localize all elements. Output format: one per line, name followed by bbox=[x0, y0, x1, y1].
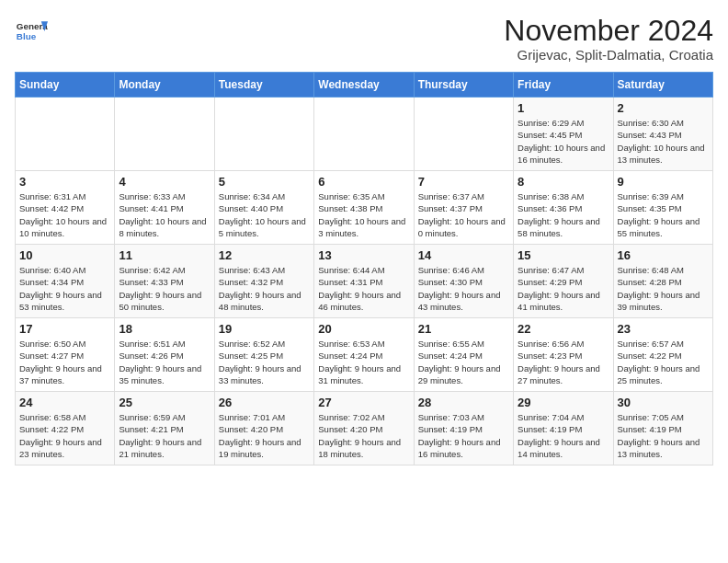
day-info: Sunrise: 6:31 AM Sunset: 4:42 PM Dayligh… bbox=[19, 190, 110, 239]
day-info: Sunrise: 6:29 AM Sunset: 4:45 PM Dayligh… bbox=[518, 117, 609, 166]
calendar-table: SundayMondayTuesdayWednesdayThursdayFrid… bbox=[15, 72, 713, 465]
day-number: 15 bbox=[518, 248, 609, 262]
day-number: 5 bbox=[219, 175, 310, 189]
day-info: Sunrise: 6:57 AM Sunset: 4:22 PM Dayligh… bbox=[618, 338, 709, 386]
day-cell: 26Sunrise: 7:01 AM Sunset: 4:20 PM Dayli… bbox=[214, 392, 313, 465]
week-row-0: 1Sunrise: 6:29 AM Sunset: 4:45 PM Daylig… bbox=[16, 98, 713, 171]
day-number: 18 bbox=[119, 322, 210, 336]
day-cell: 30Sunrise: 7:05 AM Sunset: 4:19 PM Dayli… bbox=[613, 392, 712, 465]
day-number: 16 bbox=[618, 248, 709, 262]
day-info: Sunrise: 7:04 AM Sunset: 4:19 PM Dayligh… bbox=[518, 411, 609, 460]
day-cell: 5Sunrise: 6:34 AM Sunset: 4:40 PM Daylig… bbox=[214, 171, 313, 245]
day-info: Sunrise: 6:42 AM Sunset: 4:33 PM Dayligh… bbox=[119, 264, 210, 313]
day-number: 11 bbox=[119, 248, 210, 262]
col-header-friday: Friday bbox=[514, 73, 613, 98]
day-info: Sunrise: 7:02 AM Sunset: 4:20 PM Dayligh… bbox=[318, 411, 409, 460]
day-cell: 25Sunrise: 6:59 AM Sunset: 4:21 PM Dayli… bbox=[115, 392, 214, 465]
day-info: Sunrise: 6:44 AM Sunset: 4:31 PM Dayligh… bbox=[318, 264, 409, 313]
day-info: Sunrise: 6:43 AM Sunset: 4:32 PM Dayligh… bbox=[219, 264, 310, 313]
day-number: 8 bbox=[518, 175, 609, 189]
day-info: Sunrise: 6:33 AM Sunset: 4:41 PM Dayligh… bbox=[119, 190, 210, 239]
day-info: Sunrise: 6:56 AM Sunset: 4:23 PM Dayligh… bbox=[518, 338, 609, 386]
day-number: 7 bbox=[418, 175, 509, 189]
day-info: Sunrise: 6:48 AM Sunset: 4:28 PM Dayligh… bbox=[618, 264, 709, 313]
col-header-thursday: Thursday bbox=[414, 73, 513, 98]
day-number: 24 bbox=[19, 396, 110, 409]
day-number: 28 bbox=[418, 396, 509, 409]
col-header-monday: Monday bbox=[115, 73, 214, 98]
day-info: Sunrise: 6:39 AM Sunset: 4:35 PM Dayligh… bbox=[618, 190, 709, 239]
col-header-sunday: Sunday bbox=[16, 73, 115, 98]
day-number: 19 bbox=[219, 322, 310, 336]
day-cell bbox=[314, 98, 414, 171]
week-row-3: 17Sunrise: 6:50 AM Sunset: 4:27 PM Dayli… bbox=[16, 318, 713, 392]
day-info: Sunrise: 6:52 AM Sunset: 4:25 PM Dayligh… bbox=[219, 338, 310, 386]
day-info: Sunrise: 7:05 AM Sunset: 4:19 PM Dayligh… bbox=[618, 411, 709, 460]
day-cell: 17Sunrise: 6:50 AM Sunset: 4:27 PM Dayli… bbox=[16, 318, 115, 392]
header: General Blue November 2024 Grijevac, Spl… bbox=[15, 15, 713, 63]
day-info: Sunrise: 6:55 AM Sunset: 4:24 PM Dayligh… bbox=[418, 338, 509, 386]
day-number: 23 bbox=[618, 322, 709, 336]
logo: General Blue bbox=[15, 15, 48, 48]
day-cell: 13Sunrise: 6:44 AM Sunset: 4:31 PM Dayli… bbox=[314, 245, 414, 318]
day-cell bbox=[214, 98, 313, 171]
week-row-2: 10Sunrise: 6:40 AM Sunset: 4:34 PM Dayli… bbox=[16, 245, 713, 318]
main-title: November 2024 bbox=[504, 15, 713, 47]
day-info: Sunrise: 6:51 AM Sunset: 4:26 PM Dayligh… bbox=[119, 338, 210, 386]
day-number: 26 bbox=[219, 396, 310, 409]
day-number: 25 bbox=[119, 396, 210, 409]
day-cell: 22Sunrise: 6:56 AM Sunset: 4:23 PM Dayli… bbox=[514, 318, 613, 392]
day-number: 12 bbox=[219, 248, 310, 262]
day-cell: 27Sunrise: 7:02 AM Sunset: 4:20 PM Dayli… bbox=[314, 392, 414, 465]
col-header-tuesday: Tuesday bbox=[214, 73, 313, 98]
day-number: 2 bbox=[618, 101, 709, 115]
day-cell: 3Sunrise: 6:31 AM Sunset: 4:42 PM Daylig… bbox=[16, 171, 115, 245]
day-cell: 14Sunrise: 6:46 AM Sunset: 4:30 PM Dayli… bbox=[414, 245, 513, 318]
day-info: Sunrise: 6:34 AM Sunset: 4:40 PM Dayligh… bbox=[219, 190, 310, 239]
day-cell: 24Sunrise: 6:58 AM Sunset: 4:22 PM Dayli… bbox=[16, 392, 115, 465]
day-cell: 2Sunrise: 6:30 AM Sunset: 4:43 PM Daylig… bbox=[613, 98, 712, 171]
day-info: Sunrise: 6:40 AM Sunset: 4:34 PM Dayligh… bbox=[19, 264, 110, 313]
day-info: Sunrise: 6:38 AM Sunset: 4:36 PM Dayligh… bbox=[518, 190, 609, 239]
day-number: 13 bbox=[318, 248, 409, 262]
day-cell: 20Sunrise: 6:53 AM Sunset: 4:24 PM Dayli… bbox=[314, 318, 414, 392]
svg-text:Blue: Blue bbox=[17, 31, 37, 41]
day-number: 1 bbox=[518, 101, 609, 115]
col-header-saturday: Saturday bbox=[613, 73, 712, 98]
day-number: 22 bbox=[518, 322, 609, 336]
title-area: November 2024 Grijevac, Split-Dalmatia, … bbox=[504, 15, 713, 63]
day-number: 17 bbox=[19, 322, 110, 336]
week-row-1: 3Sunrise: 6:31 AM Sunset: 4:42 PM Daylig… bbox=[16, 171, 713, 245]
day-info: Sunrise: 6:35 AM Sunset: 4:38 PM Dayligh… bbox=[318, 190, 409, 239]
day-cell: 15Sunrise: 6:47 AM Sunset: 4:29 PM Dayli… bbox=[514, 245, 613, 318]
day-info: Sunrise: 7:01 AM Sunset: 4:20 PM Dayligh… bbox=[219, 411, 310, 460]
day-cell bbox=[414, 98, 513, 171]
day-cell: 21Sunrise: 6:55 AM Sunset: 4:24 PM Dayli… bbox=[414, 318, 513, 392]
day-number: 20 bbox=[318, 322, 409, 336]
day-number: 29 bbox=[518, 396, 609, 409]
col-header-wednesday: Wednesday bbox=[314, 73, 414, 98]
day-info: Sunrise: 6:50 AM Sunset: 4:27 PM Dayligh… bbox=[19, 338, 110, 386]
day-cell bbox=[16, 98, 115, 171]
day-number: 4 bbox=[119, 175, 210, 189]
day-number: 6 bbox=[318, 175, 409, 189]
day-cell: 4Sunrise: 6:33 AM Sunset: 4:41 PM Daylig… bbox=[115, 171, 214, 245]
day-cell: 7Sunrise: 6:37 AM Sunset: 4:37 PM Daylig… bbox=[414, 171, 513, 245]
day-number: 10 bbox=[19, 248, 110, 262]
day-cell: 12Sunrise: 6:43 AM Sunset: 4:32 PM Dayli… bbox=[214, 245, 313, 318]
day-cell: 9Sunrise: 6:39 AM Sunset: 4:35 PM Daylig… bbox=[613, 171, 712, 245]
day-cell bbox=[115, 98, 214, 171]
day-cell: 19Sunrise: 6:52 AM Sunset: 4:25 PM Dayli… bbox=[214, 318, 313, 392]
day-info: Sunrise: 7:03 AM Sunset: 4:19 PM Dayligh… bbox=[418, 411, 509, 460]
day-cell: 18Sunrise: 6:51 AM Sunset: 4:26 PM Dayli… bbox=[115, 318, 214, 392]
header-row: SundayMondayTuesdayWednesdayThursdayFrid… bbox=[16, 73, 713, 98]
day-info: Sunrise: 6:53 AM Sunset: 4:24 PM Dayligh… bbox=[318, 338, 409, 386]
day-cell: 8Sunrise: 6:38 AM Sunset: 4:36 PM Daylig… bbox=[514, 171, 613, 245]
day-info: Sunrise: 6:46 AM Sunset: 4:30 PM Dayligh… bbox=[418, 264, 509, 313]
day-info: Sunrise: 6:59 AM Sunset: 4:21 PM Dayligh… bbox=[119, 411, 210, 460]
week-row-4: 24Sunrise: 6:58 AM Sunset: 4:22 PM Dayli… bbox=[16, 392, 713, 465]
day-info: Sunrise: 6:37 AM Sunset: 4:37 PM Dayligh… bbox=[418, 190, 509, 239]
day-cell: 16Sunrise: 6:48 AM Sunset: 4:28 PM Dayli… bbox=[613, 245, 712, 318]
day-info: Sunrise: 6:58 AM Sunset: 4:22 PM Dayligh… bbox=[19, 411, 110, 460]
day-cell: 28Sunrise: 7:03 AM Sunset: 4:19 PM Dayli… bbox=[414, 392, 513, 465]
